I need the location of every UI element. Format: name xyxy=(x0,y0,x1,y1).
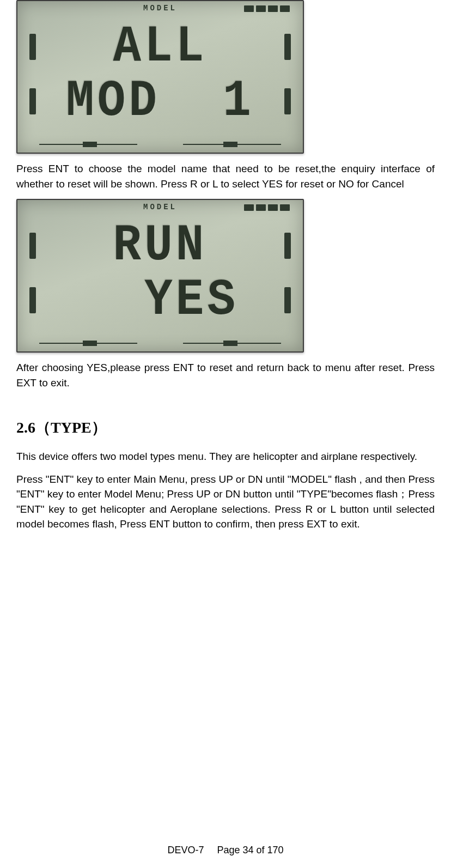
footer-device: DEVO-7 xyxy=(167,845,204,855)
lcd2-row1-text: RUN xyxy=(113,216,208,275)
indicator-bar-icon xyxy=(280,5,290,12)
paragraph-1: Press ENT to choose the model name that … xyxy=(16,161,435,191)
indicator-bar-icon xyxy=(244,204,254,211)
lcd1-row2: MOD 1 xyxy=(17,75,303,128)
indicator-bar-icon xyxy=(256,5,266,12)
lcd2-row2-text: YES xyxy=(82,271,239,330)
indicator-bar-icon xyxy=(280,204,290,211)
lcd1-indicator-bars xyxy=(244,5,290,12)
indicator-bar-icon xyxy=(268,204,278,211)
paragraph-3: This device offers two model types menu.… xyxy=(16,449,435,464)
lcd2-indicator-bars xyxy=(244,204,290,211)
lcd2-row1: RUN xyxy=(17,219,303,272)
indicator-bar-icon xyxy=(256,204,266,211)
indicator-bar-icon xyxy=(244,5,254,12)
paragraph-2: After choosing YES,please press ENT to r… xyxy=(16,360,435,390)
lcd-screenshot-2: MODEL RUN YES xyxy=(16,199,304,353)
lcd-bottom-dash-icon xyxy=(83,142,97,147)
footer-page-label: Page 34 of 170 xyxy=(217,845,283,855)
lcd2-row2: YES xyxy=(17,274,303,327)
lcd-bottom-dash-icon xyxy=(223,142,237,147)
lcd2-model-label: MODEL xyxy=(143,203,177,211)
paragraph-4: Press "ENT" key to enter Main Menu, pres… xyxy=(16,472,435,532)
lcd1-row1-text: ALL xyxy=(113,17,208,76)
lcd1-model-label: MODEL xyxy=(143,4,177,13)
lcd-bottom-dash-icon xyxy=(223,341,237,346)
page-footer: DEVO-7Page 34 of 170 xyxy=(0,845,451,856)
lcd-screenshot-1: MODEL ALL MOD 1 xyxy=(16,0,304,154)
indicator-bar-icon xyxy=(268,5,278,12)
document-page: MODEL ALL MOD 1 Press ENT to choose the … xyxy=(0,0,451,868)
lcd1-row2-text: MOD 1 xyxy=(66,72,254,131)
lcd-bottom-dash-icon xyxy=(83,341,97,346)
lcd1-row1: ALL xyxy=(17,20,303,74)
section-heading-2-6: 2.6（TYPE） xyxy=(16,417,435,438)
